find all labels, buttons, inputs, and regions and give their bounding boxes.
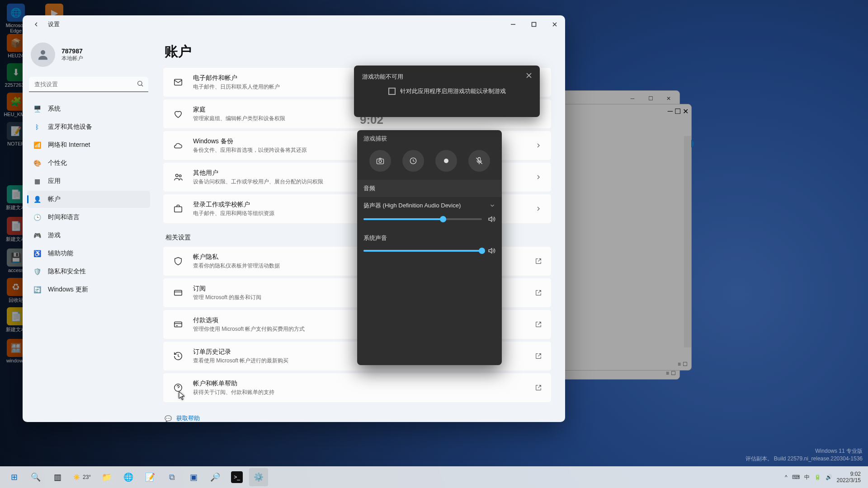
accessibility-icon: ♿ (33, 249, 42, 258)
chevron-down-icon (489, 202, 495, 209)
tray-battery-icon[interactable]: 🔋 (814, 474, 821, 480)
taskbar-powershell[interactable]: ▣ (184, 468, 203, 486)
audio-header: 音频 (357, 180, 502, 197)
shield-outline-icon (172, 255, 184, 267)
chevron-right-icon (535, 205, 542, 212)
tooltip-close-button[interactable] (524, 70, 534, 81)
svg-rect-6 (175, 206, 182, 212)
svg-rect-8 (175, 322, 182, 327)
nav-windows-update[interactable]: 🔄Windows 更新 (27, 281, 150, 298)
start-button[interactable]: ⊞ (5, 468, 24, 486)
taskbar: ⊞ 🔍 ▥ ☀️23° 📁 🌐 📝 ⧉ ▣ 🔎 >_ ⚙️ ^ ⌨ 中 🔋 🔊 … (0, 466, 868, 488)
external-link-icon (535, 258, 542, 265)
minimize-button[interactable] (503, 15, 524, 33)
heart-icon (172, 108, 184, 120)
edge-icon: 🌐 (123, 471, 134, 483)
nav-apps[interactable]: ▦应用 (27, 173, 150, 190)
taskbar-explorer[interactable]: 📁 (97, 468, 116, 486)
nav-privacy[interactable]: 🛡️隐私和安全性 (27, 263, 150, 280)
tray-ime[interactable]: 中 (804, 474, 810, 481)
taskbar-clock[interactable]: 9:02 2022/3/15 (837, 471, 861, 484)
taskbar-app2[interactable]: ⧉ (162, 468, 181, 486)
tray-chevron-up-icon[interactable]: ^ (785, 474, 788, 480)
search-input[interactable] (29, 77, 148, 92)
cmd-icon: >_ (231, 471, 243, 483)
search-icon: 🔍 (30, 471, 42, 483)
screenshot-button[interactable] (369, 150, 391, 172)
cloud-sync-icon (172, 140, 184, 151)
external-link-icon (535, 321, 542, 328)
user-name: 787987 (61, 47, 83, 55)
nav-network[interactable]: 📶网络和 Internet (27, 136, 150, 154)
weather-icon: ☀️ (73, 474, 80, 480)
windows-icon: ⊞ (8, 471, 20, 483)
shield-icon: 🛡️ (33, 267, 42, 276)
get-help-link[interactable]: 💬 获取帮助 (165, 414, 552, 422)
svg-point-5 (179, 175, 181, 177)
speaker-volume-slider[interactable] (363, 218, 482, 220)
tray-keyboard-icon[interactable]: ⌨ (792, 474, 800, 480)
svg-rect-7 (175, 291, 182, 296)
taskview-icon: ▥ (52, 471, 63, 483)
notepad-icon: 📝 (144, 471, 156, 483)
taskbar-edge[interactable]: 🌐 (119, 468, 138, 486)
wifi-icon: 📶 (33, 141, 42, 150)
nav-bluetooth[interactable]: ᛒ蓝牙和其他设备 (27, 118, 150, 136)
ticket-icon (172, 287, 184, 299)
magnifier-icon: 🔎 (209, 471, 221, 483)
vscode-icon: ⧉ (166, 471, 178, 483)
search-box (29, 77, 148, 92)
mic-off-button[interactable] (468, 150, 490, 172)
nav-personalization[interactable]: 🎨个性化 (27, 155, 150, 172)
mouse-cursor (179, 391, 185, 400)
record-last-button[interactable] (402, 150, 424, 172)
user-block[interactable]: 787987 本地帐户 (27, 38, 150, 75)
taskbar-cmd[interactable]: >_ (227, 468, 246, 486)
chevron-right-icon (535, 142, 542, 149)
sidebar: 787987 本地帐户 🖥️系统 ᛒ蓝牙和其他设备 📶网络和 Internet … (23, 33, 154, 422)
back-button[interactable] (31, 19, 42, 30)
system-icon: 🖥️ (33, 104, 42, 113)
system-volume-slider[interactable] (363, 250, 482, 252)
gamebar-capture-panel: 游戏捕获 音频 扬声器 (High Definition Audio Devic… (357, 130, 502, 365)
people-icon (172, 171, 184, 183)
taskbar-magnifier[interactable]: 🔎 (206, 468, 225, 486)
system-sound-label: 系统声音 (357, 230, 502, 244)
card-billing-help[interactable]: 帐户和帐单帮助获得关于订阅、付款和账单的支持 (163, 373, 552, 403)
apps-icon: ▦ (33, 177, 42, 186)
credit-card-icon (172, 319, 184, 330)
window-title: 设置 (48, 20, 60, 28)
titlebar: 设置 (23, 15, 565, 33)
speaker-icon[interactable] (487, 247, 495, 255)
tray-volume-icon[interactable]: 🔊 (826, 474, 832, 480)
enable-game-checkbox[interactable] (388, 88, 396, 95)
avatar (31, 42, 55, 67)
capture-header: 游戏捕获 (357, 130, 502, 146)
nav-time-language[interactable]: 🕒时间和语言 (27, 209, 150, 226)
taskbar-taskview[interactable]: ▥ (48, 468, 67, 486)
nav-accessibility[interactable]: ♿辅助功能 (27, 245, 150, 262)
windows-watermark: Windows 11 专业版 评估副本。 Build 22579.ni_rele… (745, 447, 863, 463)
user-sub: 本地帐户 (61, 55, 83, 62)
speaker-icon[interactable] (487, 215, 495, 223)
help-icon: 💬 (165, 415, 172, 422)
nav-gaming[interactable]: 🎮游戏 (27, 227, 150, 244)
svg-rect-0 (532, 23, 536, 27)
chevron-right-icon (535, 174, 542, 181)
taskbar-search[interactable]: 🔍 (26, 468, 45, 486)
external-link-icon (535, 352, 542, 360)
folder-icon: 📁 (101, 471, 113, 483)
taskbar-app1[interactable]: 📝 (141, 468, 160, 486)
page-title: 账户 (165, 42, 552, 61)
record-button[interactable] (435, 150, 457, 172)
maximize-button[interactable] (524, 15, 544, 33)
svg-point-4 (176, 174, 179, 177)
close-button[interactable] (544, 15, 565, 33)
taskbar-settings[interactable]: ⚙️ (249, 468, 268, 486)
mail-icon (172, 76, 184, 88)
terminal-icon: ▣ (188, 471, 199, 483)
nav-system[interactable]: 🖥️系统 (27, 100, 150, 117)
taskbar-weather[interactable]: ☀️23° (70, 474, 94, 480)
nav-accounts[interactable]: 👤帐户 (27, 191, 150, 208)
audio-device-row[interactable]: 扬声器 (High Definition Audio Device) (357, 197, 502, 212)
